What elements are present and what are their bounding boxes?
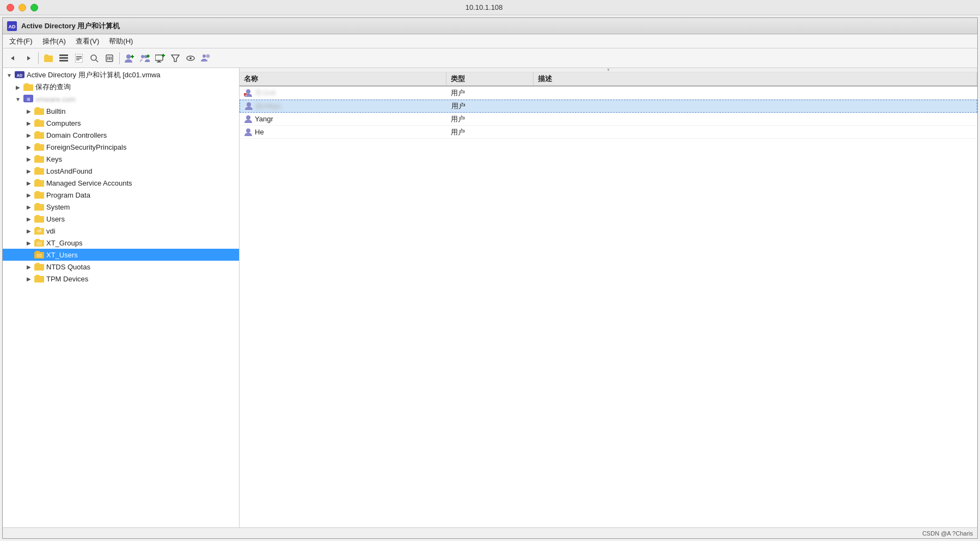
new-computer-button[interactable]	[153, 51, 167, 65]
tree-item-builtin[interactable]: Builtin	[3, 105, 239, 117]
tree-item-vdi[interactable]: vdi	[3, 225, 239, 237]
table-row[interactable]: x 方小r4 用户	[240, 87, 977, 100]
menu-view[interactable]: 查看(V)	[71, 35, 103, 47]
vdi-expander[interactable]	[24, 226, 33, 235]
tree-item-computers[interactable]: Computers	[3, 117, 239, 129]
filter-button[interactable]	[168, 51, 182, 65]
domain-expander[interactable]	[14, 95, 22, 103]
tree-item-lostandfound[interactable]: LostAndFound	[3, 165, 239, 177]
lostandfound-expander[interactable]	[24, 167, 33, 175]
foreign-expander[interactable]	[24, 143, 33, 151]
delegate-button[interactable]	[199, 51, 213, 65]
minimize-button[interactable]	[19, 4, 26, 11]
foreign-label: ForeignSecurityPrincipals	[46, 143, 126, 151]
cell-type-3: 用户	[446, 113, 534, 125]
user-icon-4	[244, 128, 253, 137]
tree-item-programdata[interactable]: Program Data	[3, 189, 239, 201]
cell-type-1: 用户	[446, 87, 534, 99]
back-button[interactable]	[6, 51, 20, 65]
cell-desc-3	[534, 118, 977, 120]
xt-groups-expander[interactable]	[24, 238, 33, 247]
users-expander[interactable]	[24, 214, 33, 223]
ad-icon: AD	[7, 21, 17, 31]
managed-service-expander[interactable]	[24, 179, 33, 187]
table-row[interactable]: Yangr 用户	[240, 113, 977, 126]
svg-rect-46	[36, 254, 42, 257]
user-icon-2	[244, 102, 253, 110]
tree-panel: AD Active Directory 用户和计算机 [dc01.vmwa 保存…	[3, 68, 240, 527]
cell-name-1: x 方小r4	[240, 87, 446, 99]
tree-item-root[interactable]: AD Active Directory 用户和计算机 [dc01.vmwa	[3, 69, 239, 81]
computers-expander[interactable]	[24, 119, 33, 127]
cell-desc-2	[534, 105, 977, 107]
ntds-expander[interactable]	[24, 262, 33, 271]
root-expander[interactable]	[5, 71, 14, 79]
keys-label: Keys	[46, 155, 62, 163]
svg-rect-5	[59, 57, 68, 59]
ntds-label: NTDS Quotas	[46, 263, 90, 271]
search-button[interactable]	[87, 51, 101, 65]
builtin-icon	[34, 107, 44, 115]
dc-icon	[34, 131, 44, 139]
svg-point-32	[203, 54, 206, 58]
menu-file[interactable]: 文件(F)	[5, 35, 37, 47]
xt-groups-label: XT_Groups	[46, 239, 82, 247]
open-folder-button[interactable]	[41, 51, 56, 65]
svg-rect-8	[76, 56, 82, 57]
tree-item-ntds[interactable]: NTDS Quotas	[3, 261, 239, 273]
tree-item-managed-service[interactable]: Managed Service Accounts	[3, 177, 239, 189]
tree-item-system[interactable]: System	[3, 201, 239, 213]
cell-name-4: He	[240, 127, 446, 138]
tree-item-xt-users[interactable]: XT_Users	[3, 249, 239, 261]
tree-item-tpm[interactable]: TPM Devices	[3, 273, 239, 285]
builtin-expander[interactable]	[24, 107, 33, 115]
tree-item-keys[interactable]: Keys	[3, 153, 239, 165]
properties-button[interactable]	[72, 51, 86, 65]
new-group-button[interactable]	[138, 51, 152, 65]
table-row[interactable]: He 用户	[240, 126, 977, 139]
close-button[interactable]	[7, 4, 14, 11]
computers-icon	[34, 119, 44, 127]
new-user-button[interactable]	[122, 51, 137, 65]
menu-action[interactable]: 操作(A)	[38, 35, 70, 47]
status-bar: CSDN @A ?Charis	[3, 527, 977, 538]
dc-expander[interactable]	[24, 131, 33, 139]
tree-item-users[interactable]: Users	[3, 213, 239, 225]
vdi-label: vdi	[46, 227, 56, 235]
col-header-desc[interactable]: 描述	[534, 72, 977, 85]
col-header-type[interactable]: 类型	[446, 72, 534, 85]
tree-item-xt-groups[interactable]: XT_Groups	[3, 237, 239, 249]
menu-help[interactable]: 帮助(H)	[105, 35, 137, 47]
forward-button[interactable]	[21, 51, 35, 65]
tpm-expander[interactable]	[24, 274, 33, 283]
system-label: System	[46, 203, 70, 211]
xt-users-icon	[34, 250, 44, 259]
saved-queries-expander[interactable]	[14, 83, 22, 91]
svg-rect-3	[45, 54, 48, 57]
programdata-expander[interactable]	[24, 190, 33, 199]
svg-rect-4	[59, 54, 68, 56]
domain-icon: ⊞	[23, 95, 33, 103]
xt-users-label: XT_Users	[46, 251, 78, 259]
maximize-button[interactable]	[30, 4, 38, 11]
list-view-button[interactable]	[57, 51, 71, 65]
refresh-button[interactable]	[102, 51, 117, 65]
svg-point-17	[126, 54, 131, 59]
xt-groups-icon	[34, 238, 44, 247]
managed-service-icon	[34, 179, 44, 187]
svg-text:x: x	[246, 93, 247, 96]
table-body: x 方小r4 用户 赵m8yjs	[240, 87, 977, 527]
table-row[interactable]: 赵m8yjs 用户	[240, 100, 977, 113]
system-expander[interactable]	[24, 202, 33, 211]
tree-item-foreign[interactable]: ForeignSecurityPrincipals	[3, 141, 239, 153]
col-header-name[interactable]: 名称	[240, 72, 446, 85]
cell-desc-4	[534, 131, 977, 133]
tree-item-domain[interactable]: ⊞ vmware.com	[3, 93, 239, 105]
cell-type-2: 用户	[447, 100, 534, 112]
window-title-bar: AD Active Directory 用户和计算机	[3, 18, 977, 34]
keys-expander[interactable]	[24, 155, 33, 163]
tree-root: AD Active Directory 用户和计算机 [dc01.vmwa 保存…	[3, 68, 239, 286]
view-toggle-button[interactable]	[183, 51, 198, 65]
tree-item-saved-queries[interactable]: 保存的查询	[3, 81, 239, 93]
tree-item-dc[interactable]: Domain Controllers	[3, 129, 239, 141]
